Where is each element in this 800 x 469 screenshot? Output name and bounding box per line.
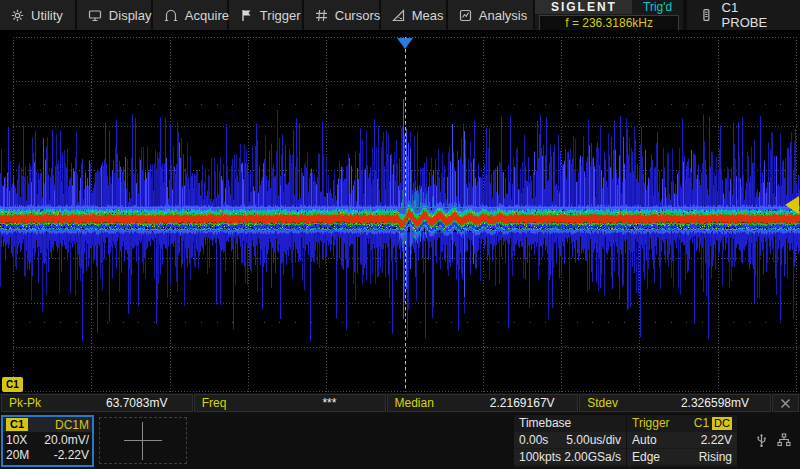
measurement-label: Freq — [195, 396, 275, 410]
menu-display[interactable]: Display — [77, 0, 153, 30]
trigger-slope: Rising — [699, 450, 732, 464]
menu-acquire-label: Acquire — [185, 8, 229, 23]
timebase-panel[interactable]: Timebase 0.00s 5.00us/div 100kpts 2.00GS… — [514, 415, 626, 467]
measurement-pkpk[interactable]: Pk-Pk 63.7083mV — [1, 394, 193, 412]
cursors-icon — [315, 9, 328, 22]
measurement-label: Pk-Pk — [2, 396, 82, 410]
measurement-close-button[interactable] — [772, 394, 799, 412]
display-icon — [88, 9, 102, 22]
trigger-source: C1 — [694, 416, 709, 430]
lan-icon — [777, 433, 791, 447]
acquire-icon — [164, 9, 178, 22]
analysis-icon — [459, 9, 472, 22]
channel-bandwidth: 20M — [6, 448, 29, 462]
menu-cursors[interactable]: Cursors — [304, 0, 381, 30]
trigger-flag-icon — [240, 9, 253, 22]
channel-offset-marker[interactable]: C1 — [2, 377, 23, 392]
menu-utility[interactable]: Utility — [0, 0, 77, 30]
usb-icon — [755, 433, 768, 448]
oscilloscope-screen: Utility Display Acquire Trigger — [0, 0, 800, 469]
menu-bar: Utility Display Acquire Trigger — [0, 0, 800, 30]
measurement-bar: Pk-Pk 63.7083mV Freq *** Median 2.216916… — [0, 393, 800, 413]
trigger-level: 2.22V — [701, 433, 732, 447]
close-icon — [780, 398, 791, 409]
menu-meas[interactable]: Meas — [381, 0, 448, 30]
menu-display-label: Display — [109, 8, 152, 23]
trigger-status: Trig'd — [632, 0, 682, 14]
menu-trigger[interactable]: Trigger — [229, 0, 304, 30]
trigger-level-marker[interactable] — [785, 196, 799, 214]
probe-label: C1 PROBE — [722, 0, 786, 30]
probe-icon — [701, 8, 712, 22]
menu-analysis[interactable]: Analysis — [448, 0, 536, 30]
measurement-value: 63.7083mV — [82, 396, 192, 410]
meas-icon — [392, 9, 405, 22]
brand-logo: SIGLENT — [535, 0, 632, 14]
menu-cursors-label: Cursors — [335, 8, 381, 23]
timebase-delay: 0.00s — [519, 433, 548, 447]
channel-offset: -2.22V — [54, 448, 89, 462]
timebase-points: 100kpts — [519, 450, 561, 464]
measurement-value: 2.326598mV — [660, 396, 770, 410]
measurement-value: *** — [274, 396, 384, 410]
frequency-readout: f = 236.3186kHz — [539, 15, 678, 31]
menu-utility-label: Utility — [31, 8, 63, 23]
trigger-coupling-badge: DC — [712, 417, 732, 430]
menu-analysis-label: Analysis — [479, 8, 527, 23]
trigger-mode: Auto — [632, 433, 657, 447]
gear-icon — [11, 9, 24, 22]
trigger-position-marker[interactable] — [397, 38, 413, 49]
measurement-label: Median — [388, 396, 468, 410]
menu-acquire[interactable]: Acquire — [153, 0, 229, 30]
measurement-stdev[interactable]: Stdev 2.326598mV — [579, 394, 771, 412]
measurement-median[interactable]: Median 2.2169167V — [387, 394, 579, 412]
probe-menu[interactable]: C1 PROBE — [685, 0, 800, 30]
crosshair-icon — [124, 422, 162, 460]
channel-scale: 20.0mV/ — [44, 433, 89, 447]
menu-trigger-label: Trigger — [260, 8, 301, 23]
channel-attenuation: 10X — [6, 433, 27, 447]
measurement-label: Stdev — [580, 396, 660, 410]
empty-channel-slot[interactable] — [99, 417, 187, 464]
status-bar: C1 DC1M 10X 20.0mV/ 20M -2.22V Timebase … — [0, 413, 800, 469]
menu-meas-label: Meas — [412, 8, 444, 23]
measurement-freq[interactable]: Freq *** — [194, 394, 386, 412]
timebase-scale: 5.00us/div — [566, 433, 621, 447]
timebase-title: Timebase — [519, 416, 571, 430]
trigger-panel[interactable]: Trigger C1 DC Auto 2.22V Edge Rising — [627, 415, 737, 467]
channel-coupling: DC1M — [55, 418, 89, 432]
channel-descriptor[interactable]: C1 DC1M 10X 20.0mV/ 20M -2.22V — [1, 415, 94, 467]
timebase-samplerate: 2.00GSa/s — [564, 450, 621, 464]
trigger-title: Trigger — [632, 416, 670, 430]
channel-name-badge: C1 — [6, 418, 28, 431]
measurement-value: 2.2169167V — [467, 396, 577, 410]
waveform-canvas[interactable] — [0, 30, 800, 393]
brand-status-block: SIGLENT Trig'd f = 236.3186kHz — [535, 0, 684, 30]
trigger-type: Edge — [632, 450, 660, 464]
